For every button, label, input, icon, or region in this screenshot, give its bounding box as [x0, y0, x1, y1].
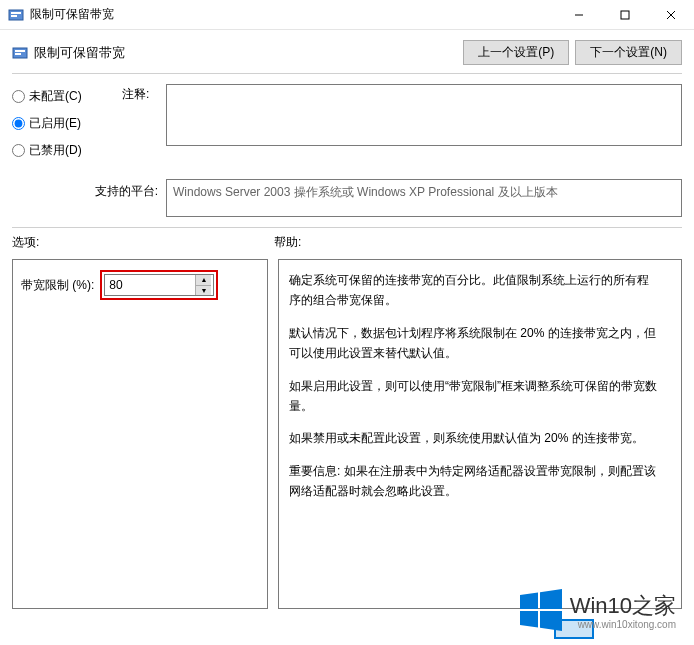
bandwidth-spinner[interactable]: ▲ ▼ — [104, 274, 214, 296]
app-icon — [8, 7, 24, 23]
footer — [0, 613, 694, 645]
radio-not-configured[interactable] — [12, 90, 25, 103]
comment-textbox[interactable] — [166, 84, 682, 146]
bandwidth-limit-label: 带宽限制 (%): — [21, 277, 94, 294]
window-title: 限制可保留带宽 — [30, 6, 556, 23]
platform-textbox[interactable]: Windows Server 2003 操作系统或 Windows XP Pro… — [166, 179, 682, 217]
spinner-down-button[interactable]: ▼ — [196, 286, 211, 296]
radio-not-configured-label[interactable]: 未配置(C) — [29, 88, 82, 105]
svg-rect-9 — [15, 53, 21, 55]
help-paragraph: 重要信息: 如果在注册表中为特定网络适配器设置带宽限制，则配置该网络适配器时就会… — [289, 461, 657, 502]
help-heading: 帮助: — [274, 234, 301, 251]
help-panel[interactable]: 确定系统可保留的连接带宽的百分比。此值限制系统上运行的所有程序的组合带宽保留。 … — [278, 259, 682, 609]
bandwidth-spinner-highlight: ▲ ▼ — [100, 270, 218, 300]
platform-text: Windows Server 2003 操作系统或 Windows XP Pro… — [173, 185, 558, 199]
page-title: 限制可保留带宽 — [34, 44, 463, 62]
radio-disabled-label[interactable]: 已禁用(D) — [29, 142, 82, 159]
svg-rect-8 — [15, 50, 25, 52]
minimize-button[interactable] — [556, 0, 602, 30]
close-button[interactable] — [648, 0, 694, 30]
maximize-button[interactable] — [602, 0, 648, 30]
help-paragraph: 如果禁用或未配置此设置，则系统使用默认值为 20% 的连接带宽。 — [289, 428, 657, 448]
radio-enabled[interactable] — [12, 117, 25, 130]
help-paragraph: 默认情况下，数据包计划程序将系统限制在 20% 的连接带宽之内，但可以使用此设置… — [289, 323, 657, 364]
options-panel: 带宽限制 (%): ▲ ▼ — [12, 259, 268, 609]
policy-icon — [12, 45, 28, 61]
svg-rect-2 — [11, 15, 17, 17]
dialog-button-fragment[interactable] — [554, 619, 594, 639]
help-paragraph: 确定系统可保留的连接带宽的百分比。此值限制系统上运行的所有程序的组合带宽保留。 — [289, 270, 657, 311]
svg-rect-4 — [621, 11, 629, 19]
bandwidth-input[interactable] — [105, 275, 195, 295]
options-heading: 选项: — [12, 234, 274, 251]
spinner-up-button[interactable]: ▲ — [196, 275, 211, 286]
comment-label: 注释: — [122, 84, 158, 169]
next-setting-button[interactable]: 下一个设置(N) — [575, 40, 682, 65]
radio-enabled-label[interactable]: 已启用(E) — [29, 115, 81, 132]
help-paragraph: 如果启用此设置，则可以使用“带宽限制”框来调整系统可保留的带宽数量。 — [289, 376, 657, 417]
svg-rect-1 — [11, 12, 21, 14]
header: 限制可保留带宽 上一个设置(P) 下一个设置(N) — [0, 30, 694, 73]
platform-label: 支持的平台: — [12, 179, 158, 217]
titlebar: 限制可保留带宽 — [0, 0, 694, 30]
radio-disabled[interactable] — [12, 144, 25, 157]
previous-setting-button[interactable]: 上一个设置(P) — [463, 40, 569, 65]
